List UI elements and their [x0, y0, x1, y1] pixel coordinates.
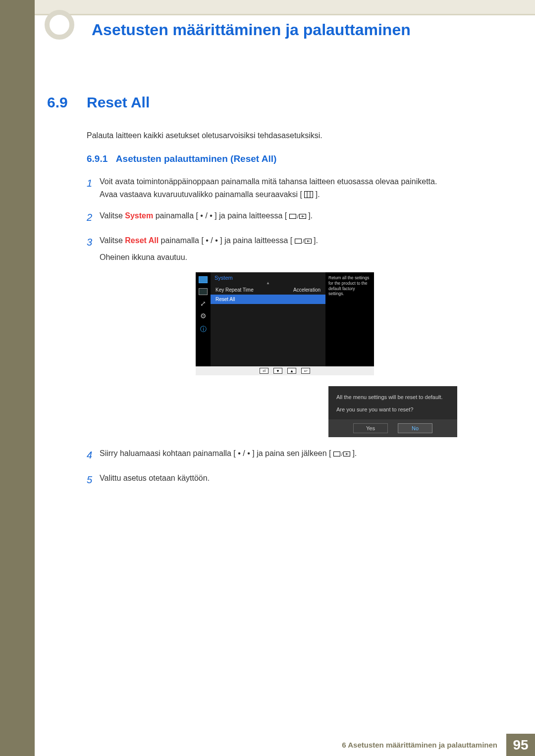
step-number: 3 [87, 234, 100, 263]
osd-help-text: Return all the settings for the product … [325, 272, 374, 366]
osd-tab-settings-icon: ⚙ [200, 312, 207, 320]
step-text: Voit avata toimintonäppäinoppaan painama… [100, 177, 437, 186]
svg-rect-9 [333, 452, 340, 456]
osd-scroll-up-icon: ▲ [211, 281, 325, 285]
dialog-yes-button: Yes [353, 423, 388, 433]
page-footer: 6 Asetusten määrittäminen ja palauttamin… [333, 734, 535, 756]
footer-chapter-label: 6 Asetusten määrittäminen ja palauttamin… [333, 734, 506, 756]
step-text: Oheinen ikkuna avautuu. [100, 253, 187, 261]
footer-page-number: 95 [506, 734, 535, 756]
steps-list: 1 Voit avata toimintonäppäinoppaan paina… [87, 175, 493, 263]
step-text: Valittu asetus otetaan käyttöön. [100, 472, 493, 488]
rect-enter-icon: / [333, 451, 350, 457]
chapter-badge [45, 10, 74, 40]
step-text: Valitse [100, 211, 125, 220]
osd-tab-size-icon: ⤢ [199, 300, 208, 307]
dialog-no-button: No [398, 423, 432, 433]
step-5: 5 Valittu asetus otetaan käyttöön. [87, 472, 493, 488]
osd-nav-enter-icon: ⏎ [260, 368, 268, 374]
osd-item-label: Key Repeat Time [215, 287, 254, 293]
svg-rect-3 [289, 214, 296, 219]
subsection-number: 6.9.1 [87, 153, 107, 164]
svg-rect-6 [295, 239, 301, 244]
subsection-heading: 6.9.1 Asetusten palauttaminen (Reset All… [87, 153, 493, 164]
step-4: 4 Siirry haluamaasi kohtaan painamalla [… [87, 447, 493, 463]
top-accent [35, 14, 535, 15]
osd-tab-color-icon [199, 288, 208, 295]
section-intro: Palauta laitteen kaikki asetukset oletus… [87, 130, 493, 142]
step-text: Avaa vastaava kuvaruutuvalikko painamall… [100, 190, 302, 199]
step-text: Siirry haluamaasi kohtaan painamalla [ •… [100, 449, 331, 457]
content-area: 6.9 Reset All Palauta laitteen kaikki as… [47, 94, 493, 497]
osd-nav-up-icon: ▲ [287, 368, 296, 374]
step-number: 1 [87, 175, 100, 201]
section-title: Reset All [87, 94, 150, 111]
step-text: Valitse [100, 236, 125, 245]
osd-item-key-repeat: Key Repeat Time Acceleration [211, 285, 325, 295]
svg-rect-0 [305, 191, 313, 198]
rect-enter-icon: / [289, 213, 306, 220]
osd-tab-picture-icon [199, 276, 208, 283]
svg-text:/: / [341, 452, 343, 457]
step-text: ]. [352, 449, 357, 457]
osd-nav-down-icon: ▼ [273, 368, 282, 374]
step-text: ]. [308, 211, 313, 220]
highlight-resetall: Reset All [125, 236, 159, 245]
svg-text:/: / [297, 214, 299, 219]
step-text: painamalla [ • / • ] ja paina laitteessa… [153, 211, 287, 220]
osd-tab-info-icon: ⓘ [200, 325, 207, 334]
osd-nav-back-icon: ↩ [301, 368, 310, 374]
chapter-title: Asetusten määrittäminen ja palauttaminen [92, 21, 411, 39]
subsection-title: Asetusten palauttaminen (Reset All) [116, 153, 276, 164]
confirm-dialog: All the menu settings will be reset to d… [328, 386, 457, 437]
step-number: 2 [87, 209, 100, 225]
highlight-system: System [125, 211, 153, 220]
osd-item-reset-all: Reset All [211, 295, 325, 304]
step-number: 4 [87, 447, 100, 463]
osd-item-value: Acceleration [293, 287, 321, 293]
osd-item-label: Reset All [215, 297, 235, 302]
section-number: 6.9 [47, 94, 87, 111]
section-heading: 6.9 Reset All [47, 94, 493, 111]
dialog-question: Are you sure you want to reset? [328, 406, 457, 419]
step-text: ]. [316, 190, 320, 199]
menu-icon [304, 191, 313, 198]
osd-screenshot: ⤢ ⚙ ⓘ System ▲ Key Repeat Time Accelerat… [196, 272, 374, 437]
osd-navbar: ⏎ ▼ ▲ ↩ [196, 366, 374, 375]
sidebar-strip [0, 0, 35, 756]
step-1: 1 Voit avata toimintonäppäinoppaan paina… [87, 175, 493, 201]
step-2: 2 Valitse System painamalla [ • / • ] ja… [87, 209, 493, 225]
step-text: ]. [314, 236, 318, 245]
dialog-message: All the menu settings will be reset to d… [328, 386, 457, 406]
osd-sidebar: ⤢ ⚙ ⓘ [196, 272, 211, 366]
step-text: painamalla [ • / • ] ja paina laitteessa… [159, 236, 292, 245]
step-3: 3 Valitse Reset All painamalla [ • / • ]… [87, 234, 493, 263]
rect-enter-icon: / [295, 238, 312, 245]
step-number: 5 [87, 472, 100, 488]
top-strip [35, 0, 535, 15]
svg-text:/: / [303, 239, 304, 244]
